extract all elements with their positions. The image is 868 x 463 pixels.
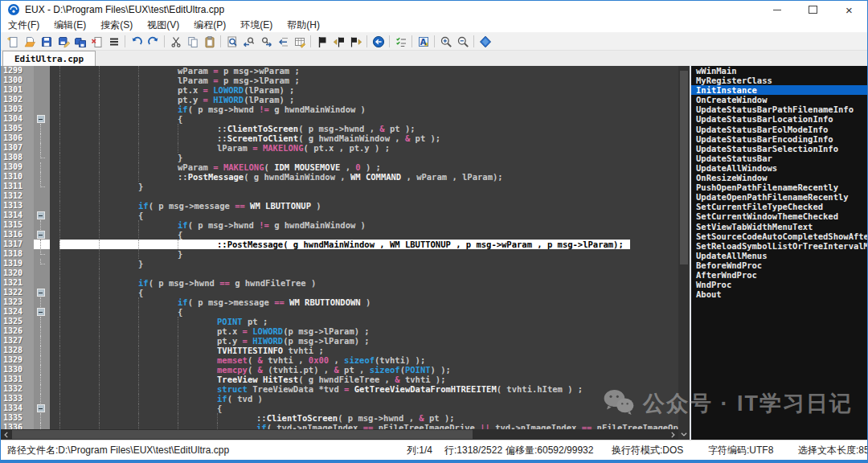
fold-marker-icon[interactable] [34,288,50,297]
file-list-button[interactable] [105,34,122,49]
replace-button[interactable] [274,34,291,49]
symbol-item[interactable]: SetViewTabWidthMenuText [691,222,867,232]
code-text[interactable]: if( tvd ) [50,394,678,404]
scroll-left-icon[interactable] [1,429,12,440]
code-text[interactable]: { [50,288,678,297]
menu-item-5[interactable]: 环境(E) [233,18,280,32]
tab-editultra-cpp[interactable]: EditUltra.cpp [2,51,96,66]
code-text[interactable]: } [50,249,678,259]
code-text[interactable]: TreeView_HitTest( g_hwndFileTree , & tvh… [50,375,678,384]
symbol-item[interactable]: BeforeWndProc [691,260,867,270]
zoom-in-button[interactable] [437,34,454,49]
copy-button[interactable] [184,34,201,49]
code-text[interactable]: TVHITTESTINFO tvhti ; [50,346,678,355]
code-text[interactable]: if( p_msg->message == WM_LBUTTONUP ) [50,201,678,211]
fold-marker-icon[interactable] [34,404,50,413]
code-view[interactable]: 1299wParam = p_msg->wParam ;1300lParam =… [1,66,678,429]
code-text[interactable]: { [50,404,678,413]
symbol-item[interactable]: MyRegisterClass [691,76,867,85]
symbol-item[interactable]: UpdateOpenPathFilenameRecently [691,192,867,202]
code-text[interactable]: struct TreeViewData *tvd = GetTreeViewDa… [50,384,678,394]
code-text[interactable]: ::PostMessage( g_hwndMainWindow , WM_COM… [50,172,678,182]
paste-button[interactable] [201,34,218,49]
horizontal-scrollbar[interactable] [1,429,678,440]
symbol-item[interactable]: UpdateStatusBarEolModeInfo [691,125,867,134]
symbol-item[interactable]: About [691,289,867,299]
save-all-button[interactable] [72,34,88,49]
symbol-item[interactable]: OnCreateWindow [691,95,867,104]
code-text[interactable]: ::ScreenToClient( g_hwndMainWindow , & p… [50,133,678,143]
close-file-button[interactable] [88,34,105,49]
code-text[interactable]: ::ClientToScreen( p_msg->hwnd , & pt ); [50,124,678,133]
code-text[interactable]: } [50,182,678,191]
syntax-color-button[interactable]: A [415,34,432,49]
code-text[interactable]: wParam = MAKELONG( IDM_MOUSEMOVE , 0 ) ; [50,162,678,172]
code-text[interactable]: memset( & tvhti , 0x00 , sizeof(tvhti) )… [50,355,678,365]
code-text[interactable]: } [50,259,678,268]
code-text[interactable]: pt.x = LOWORD(lParam) ; [50,85,678,95]
find-prev-button[interactable] [240,34,257,49]
menu-item-3[interactable]: 视图(V) [140,18,186,32]
horizontal-scroll-thumb[interactable] [12,430,473,439]
symbol-item[interactable]: UpdateStatusBarLocationInfo [691,114,867,124]
code-text[interactable]: if( tvd->nImageIndex == nFileTreeImageDr… [50,423,678,429]
cut-button[interactable] [167,34,184,49]
code-text[interactable]: ::ClientToScreen( p_msg->hwnd , & pt ); [50,413,678,423]
code-text[interactable]: lParam = MAKELONG( pt.x , pt.y ) ; [50,143,678,153]
code-text[interactable]: lParam = p_msg->lParam ; [50,76,678,85]
code-text[interactable]: memcpy( & (tvhti.pt) , & pt , sizeof(POI… [50,365,678,375]
code-text[interactable]: { [50,114,678,124]
checklist-button[interactable] [392,34,409,49]
code-text[interactable] [50,191,678,201]
code-text[interactable]: pt.y = HIWORD(p_msg->lParam) ; [50,336,678,346]
fold-marker-icon[interactable] [34,211,50,220]
menu-item-0[interactable]: 文件(F) [1,18,47,32]
code-text[interactable]: } [50,153,678,162]
new-file-button[interactable] [4,34,21,49]
code-text[interactable]: { [50,211,678,220]
code-text[interactable]: if( p_msg->hwnd != g_hwndMainWindow ) [50,220,678,230]
symbol-item[interactable]: UpdateStatusBar [691,154,867,163]
bookmark-button[interactable] [313,34,330,49]
symbol-item[interactable]: WndProc [691,280,867,289]
symbol-item[interactable]: wWinMain [691,66,867,76]
scroll-right-icon[interactable] [667,429,678,440]
code-text[interactable]: POINT pt ; [50,317,678,326]
symbol-item[interactable]: UpdateAllWindows [691,163,867,173]
minimize-button[interactable] [759,1,795,18]
code-text[interactable]: { [50,307,678,317]
symbol-item[interactable]: PushOpenPathFilenameRecently [691,182,867,192]
menu-item-4[interactable]: 编程(P) [186,18,233,32]
save-as-button[interactable] [55,34,72,49]
code-text[interactable] [50,268,678,278]
scroll-down-icon[interactable] [678,428,690,440]
maximize-button[interactable] [795,1,831,18]
symbol-item[interactable]: UpdateStatusBarSelectionInfo [691,144,867,154]
save-button[interactable] [38,34,55,49]
undo-button[interactable] [128,34,145,49]
zoom-out-button[interactable] [454,34,471,49]
symbol-item[interactable]: UpdateStatusBarPathFilenameInfo [691,104,867,114]
find-in-files-button[interactable] [291,34,308,49]
code-text[interactable]: if( p_msg->message == WM_RBUTTONDOWN ) [50,297,678,307]
code-text[interactable]: pt.y = HIWORD(lParam) ; [50,95,678,104]
menu-item-2[interactable]: 搜索(S) [93,18,140,32]
fold-marker-icon[interactable] [34,230,50,240]
code-text[interactable]: if( p_msg->hwnd != g_hwndMainWindow ) [50,104,678,114]
symbol-item[interactable]: SetSourceCodeAutoCompletedShowAfter [691,232,867,241]
fold-marker-icon[interactable] [34,114,50,124]
menu-item-6[interactable]: 帮助(H) [280,18,327,32]
code-text[interactable]: { [50,230,678,240]
symbol-item[interactable]: SetCurrentWindowThemeChecked [691,211,867,221]
vertical-scroll-thumb[interactable] [680,71,688,265]
fold-marker-icon[interactable] [34,307,50,317]
bookmark-prev-button[interactable] [330,34,347,49]
symbol-item[interactable]: UpdateAllMenus [691,251,867,260]
about-button[interactable] [477,34,493,49]
back-button[interactable] [370,34,387,49]
menu-item-1[interactable]: 编辑(E) [47,18,93,32]
symbol-item[interactable]: SetReloadSymbolListOrTreeIntervalMe [691,241,867,251]
symbol-item[interactable]: AfterWndProc [691,270,867,280]
code-text[interactable]: if( p_msg->hwnd == g_hwndFileTree ) [50,278,678,288]
symbol-item-selected[interactable]: InitInstance [691,85,867,95]
